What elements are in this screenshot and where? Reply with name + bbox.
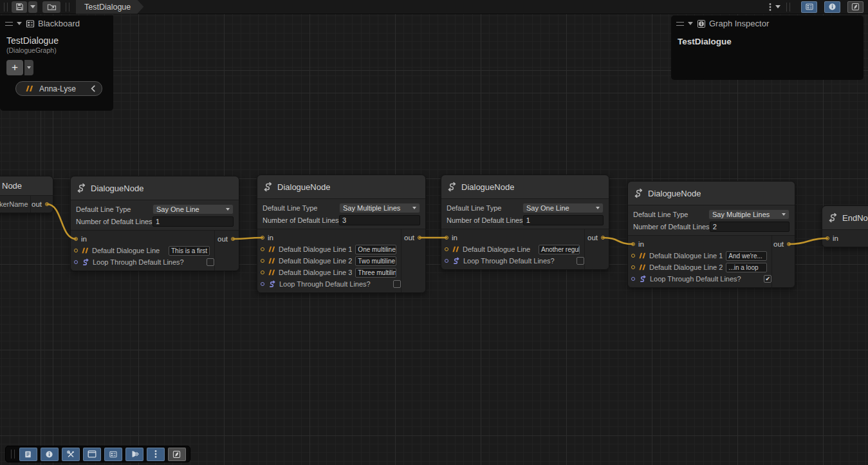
save-button[interactable] xyxy=(12,1,27,13)
assistant-toggle-button[interactable] xyxy=(847,1,863,13)
node-header[interactable]: DialogueNode xyxy=(71,176,239,200)
node-dlg4[interactable]: DialogueNodeDefault Line TypeSay Multipl… xyxy=(627,181,795,288)
line-type-dropdown[interactable]: Say One Line xyxy=(522,203,604,213)
bool-port[interactable] xyxy=(74,260,78,264)
collapse-arrow-icon[interactable] xyxy=(688,22,693,25)
output-ports: out xyxy=(214,231,239,270)
number-of-lines-input[interactable]: 1 xyxy=(152,216,234,227)
add-variable-button[interactable]: + xyxy=(6,60,23,75)
blackboard-toggle-button[interactable] xyxy=(801,1,817,13)
in-port[interactable] xyxy=(74,237,78,241)
dialogue-line-field[interactable]: Three multilin xyxy=(355,268,396,278)
chevron-down-icon xyxy=(412,207,416,209)
window-button[interactable] xyxy=(83,448,101,461)
node-dlg2[interactable]: DialogueNodeDefault Line TypeSay Multipl… xyxy=(257,175,426,293)
number-of-lines-input[interactable]: 1 xyxy=(523,215,604,225)
data-port-row: Loop Through Default Lines? xyxy=(445,255,584,267)
collapse-arrow-icon[interactable] xyxy=(17,22,22,25)
node-properties: Default Line TypeSay Multiple LinesNumbe… xyxy=(628,205,795,236)
loop-icon xyxy=(638,275,647,283)
bool-port[interactable] xyxy=(261,282,264,286)
string-port[interactable] xyxy=(631,265,635,269)
toolbar-grip[interactable] xyxy=(66,3,69,12)
dropdown-value: Say Multiple Lines xyxy=(712,211,782,218)
drag-handle-icon[interactable] xyxy=(676,22,684,26)
loop-checkbox[interactable] xyxy=(393,280,401,288)
loop-checkbox[interactable]: ✔ xyxy=(764,275,771,283)
console-button[interactable] xyxy=(19,448,37,461)
dialogue-line-field[interactable]: Two multiline xyxy=(355,256,396,266)
string-port[interactable] xyxy=(631,254,635,258)
bool-port[interactable] xyxy=(445,259,448,263)
save-dropdown-button[interactable] xyxy=(28,1,37,13)
line-type-dropdown[interactable]: Say Multiple Lines xyxy=(339,203,420,213)
out-port[interactable] xyxy=(787,242,791,246)
loop-checkbox[interactable] xyxy=(207,258,214,266)
overflow-menu-arrow[interactable] xyxy=(773,1,782,13)
blackboard-graph-type: (DialogueGraph) xyxy=(0,46,113,54)
inspector-header[interactable]: Graph Inspector xyxy=(671,15,863,32)
blackboard-button[interactable] xyxy=(104,448,122,461)
add-variable-dropdown[interactable] xyxy=(24,60,33,75)
node-end[interactable]: EndNodein xyxy=(822,205,868,247)
string-port[interactable] xyxy=(445,247,448,251)
node-speaker[interactable]: NodekerNameout xyxy=(0,176,53,213)
blackboard-header[interactable]: Blackboard xyxy=(0,15,113,32)
more-button[interactable] xyxy=(147,448,165,461)
output-ports: out xyxy=(30,196,53,213)
chevron-left-icon[interactable] xyxy=(90,85,96,92)
number-of-lines-input[interactable]: 2 xyxy=(710,222,790,232)
open-asset-button[interactable] xyxy=(42,1,60,13)
string-port[interactable] xyxy=(261,259,264,263)
drag-handle-icon[interactable] xyxy=(5,22,13,26)
dialogue-line-field[interactable]: ...in a loop xyxy=(726,263,767,272)
inspector-button[interactable] xyxy=(41,448,59,461)
node-dlg1[interactable]: DialogueNodeDefault Line TypeSay One Lin… xyxy=(70,176,239,271)
number-of-lines-input[interactable]: 3 xyxy=(339,215,420,225)
line-type-dropdown[interactable]: Say Multiple Lines xyxy=(708,209,790,220)
toolbar-grip[interactable] xyxy=(4,3,8,12)
out-port[interactable] xyxy=(231,237,235,241)
inspector-toggle-button[interactable] xyxy=(824,1,840,13)
data-port-row: Default Dialogue Line 3Three multilin xyxy=(261,267,401,278)
in-port[interactable] xyxy=(261,236,264,240)
string-port[interactable] xyxy=(261,270,264,274)
port-row-label: Loop Through Default Lines? xyxy=(93,258,203,266)
flow-icon xyxy=(633,188,643,198)
port-row-label: Loop Through Default Lines? xyxy=(463,257,573,265)
node-header[interactable]: DialogueNode xyxy=(257,175,425,199)
out-port[interactable] xyxy=(601,236,605,240)
bool-port[interactable] xyxy=(631,277,635,281)
node-header[interactable]: DialogueNode xyxy=(441,175,609,199)
dialogue-line-field[interactable]: One multiline xyxy=(355,245,396,254)
overflow-menu-button[interactable] xyxy=(767,1,773,13)
out-port[interactable] xyxy=(45,202,49,206)
variable-anna-lyse[interactable]: Anna-Lyse xyxy=(15,81,102,96)
assistant-button[interactable] xyxy=(168,448,186,461)
line-type-dropdown[interactable]: Say One Line xyxy=(152,204,234,214)
node-header[interactable]: EndNode xyxy=(822,206,868,230)
flow-icon xyxy=(263,182,273,192)
chevron-down-icon xyxy=(27,66,31,69)
node-dlg3[interactable]: DialogueNodeDefault Line TypeSay One Lin… xyxy=(441,175,609,270)
node-header[interactable]: DialogueNode xyxy=(628,182,795,205)
dialogue-line-field[interactable]: Another regul xyxy=(539,245,580,254)
transitions-button[interactable] xyxy=(125,448,143,461)
in-port[interactable] xyxy=(445,236,448,240)
loop-checkbox[interactable] xyxy=(577,257,584,265)
toolbar-grip[interactable] xyxy=(786,3,790,12)
in-port[interactable] xyxy=(631,242,635,246)
graph-canvas[interactable]: Blackboard TestDialogue (DialogueGraph) … xyxy=(0,14,868,465)
dock-grip[interactable] xyxy=(11,450,15,459)
kebab-icon xyxy=(154,450,157,459)
string-port[interactable] xyxy=(261,247,264,251)
in-port[interactable] xyxy=(826,236,829,240)
string-port[interactable] xyxy=(74,249,78,252)
node-header[interactable]: Node xyxy=(0,176,53,196)
transition-icon xyxy=(130,450,139,458)
dialogue-line-field[interactable]: And we're... xyxy=(726,251,767,261)
tab-testdialogue[interactable]: TestDialogue xyxy=(76,0,143,14)
out-port[interactable] xyxy=(418,236,421,240)
dialogue-line-field[interactable]: This is a first xyxy=(169,246,210,256)
tools-button[interactable] xyxy=(62,448,80,461)
